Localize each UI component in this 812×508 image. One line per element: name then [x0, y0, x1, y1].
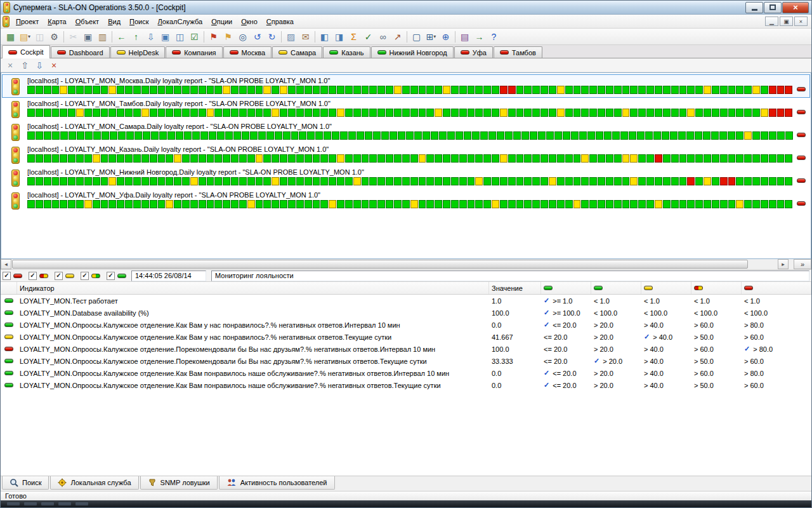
history-cell[interactable] — [752, 154, 760, 163]
history-cell[interactable] — [492, 109, 499, 117]
history-cell[interactable] — [777, 131, 785, 140]
history-cell[interactable] — [239, 109, 247, 117]
history-cell[interactable] — [369, 109, 377, 117]
level-column-header-red[interactable] — [742, 282, 811, 294]
mdi-close-button[interactable]: × — [794, 17, 808, 26]
tab-Компания[interactable]: Компания — [166, 46, 222, 58]
history-cell[interactable] — [256, 109, 263, 117]
history-cell[interactable] — [785, 109, 792, 117]
history-cell[interactable] — [280, 109, 287, 117]
history-cell[interactable] — [320, 200, 328, 208]
history-cell[interactable] — [622, 200, 630, 208]
history-cell[interactable] — [426, 200, 434, 208]
menu-Карта[interactable]: Карта — [43, 16, 70, 27]
history-cell[interactable] — [190, 177, 198, 185]
history-cell[interactable] — [419, 177, 426, 185]
globe-button[interactable]: ⊕ — [438, 30, 453, 44]
history-cell[interactable] — [402, 154, 410, 163]
history-cell[interactable] — [711, 131, 719, 140]
history-cell[interactable] — [390, 131, 397, 140]
history-cell[interactable] — [630, 177, 638, 185]
history-cell[interactable] — [288, 109, 296, 117]
history-cell[interactable] — [68, 154, 75, 163]
history-cell[interactable] — [532, 177, 540, 185]
open-button[interactable]: ▤▾ — [18, 30, 32, 44]
history-cell[interactable] — [174, 177, 181, 185]
history-cell[interactable] — [646, 109, 654, 117]
history-cell[interactable] — [353, 109, 361, 117]
history-cell[interactable] — [266, 131, 274, 140]
history-cell[interactable] — [598, 154, 605, 163]
history-cell[interactable] — [256, 200, 263, 208]
history-cell[interactable] — [141, 177, 149, 185]
history-cell[interactable] — [614, 86, 622, 94]
history-cell[interactable] — [508, 154, 516, 163]
history-cell[interactable] — [313, 154, 320, 163]
history-cell[interactable] — [540, 200, 548, 208]
history-cell[interactable] — [52, 109, 60, 117]
history-cell[interactable] — [679, 154, 687, 163]
history-cell[interactable] — [606, 200, 613, 208]
history-cell[interactable] — [381, 131, 389, 140]
tab-Казань[interactable]: Казань — [323, 46, 370, 58]
history-cell[interactable] — [223, 177, 230, 185]
history-cell[interactable] — [320, 109, 328, 117]
history-cell[interactable] — [167, 131, 175, 140]
scrollbar-thumb[interactable] — [12, 260, 748, 269]
history-cell[interactable] — [125, 109, 133, 117]
history-cell[interactable] — [612, 131, 620, 140]
history-cell[interactable] — [125, 200, 133, 208]
history-cell[interactable] — [84, 177, 92, 185]
history-cell[interactable] — [678, 131, 686, 140]
history-cell[interactable] — [614, 109, 622, 117]
history-cell[interactable] — [540, 86, 548, 94]
history-cell[interactable] — [744, 200, 752, 208]
history-cell[interactable] — [720, 154, 728, 163]
history-cell[interactable] — [320, 86, 328, 94]
minimize-button[interactable] — [745, 2, 763, 13]
filter-checkbox-red[interactable]: ✓ — [3, 272, 11, 280]
chain-button[interactable]: ∞ — [376, 30, 390, 44]
history-cell[interactable] — [573, 109, 581, 117]
history-cell[interactable] — [296, 109, 304, 117]
history-cell[interactable] — [345, 86, 353, 94]
history-cell[interactable] — [134, 131, 142, 140]
history-cell[interactable] — [638, 200, 646, 208]
history-cell[interactable] — [500, 86, 508, 94]
history-cell[interactable] — [646, 86, 654, 94]
history-cell[interactable] — [769, 177, 776, 185]
history-cell[interactable] — [108, 154, 116, 163]
history-cell[interactable] — [744, 131, 752, 140]
history-cell[interactable] — [125, 177, 133, 185]
history-cell[interactable] — [291, 131, 299, 140]
history-cell[interactable] — [663, 154, 671, 163]
history-cell[interactable] — [435, 200, 442, 208]
history-cell[interactable] — [60, 86, 67, 94]
history-cell[interactable] — [36, 154, 43, 163]
history-cell[interactable] — [422, 131, 430, 140]
history-cell[interactable] — [679, 177, 687, 185]
history-cell[interactable] — [439, 131, 447, 140]
history-cell[interactable] — [247, 200, 255, 208]
history-cell[interactable] — [84, 200, 92, 208]
flag-yellow-button[interactable]: ⚑ — [221, 30, 235, 44]
history-cell[interactable] — [587, 131, 595, 140]
history-cell[interactable] — [565, 177, 573, 185]
history-cell[interactable] — [589, 109, 597, 117]
history-cell[interactable] — [524, 200, 532, 208]
history-cell[interactable] — [207, 154, 214, 163]
delete-button[interactable]: × — [48, 60, 60, 71]
send-button[interactable]: ↗ — [390, 30, 405, 44]
history-cell[interactable] — [475, 86, 483, 94]
history-cell[interactable] — [280, 86, 287, 94]
history-cell[interactable] — [546, 131, 554, 140]
tab-Cockpit[interactable]: Cockpit — [2, 45, 50, 58]
history-cell[interactable] — [27, 109, 35, 117]
history-cell[interactable] — [761, 177, 768, 185]
history-cell[interactable] — [118, 131, 126, 140]
history-cell[interactable] — [159, 131, 167, 140]
history-cell[interactable] — [231, 154, 239, 163]
history-cell[interactable] — [419, 154, 426, 163]
history-cell[interactable] — [304, 154, 312, 163]
history-cell[interactable] — [483, 177, 491, 185]
